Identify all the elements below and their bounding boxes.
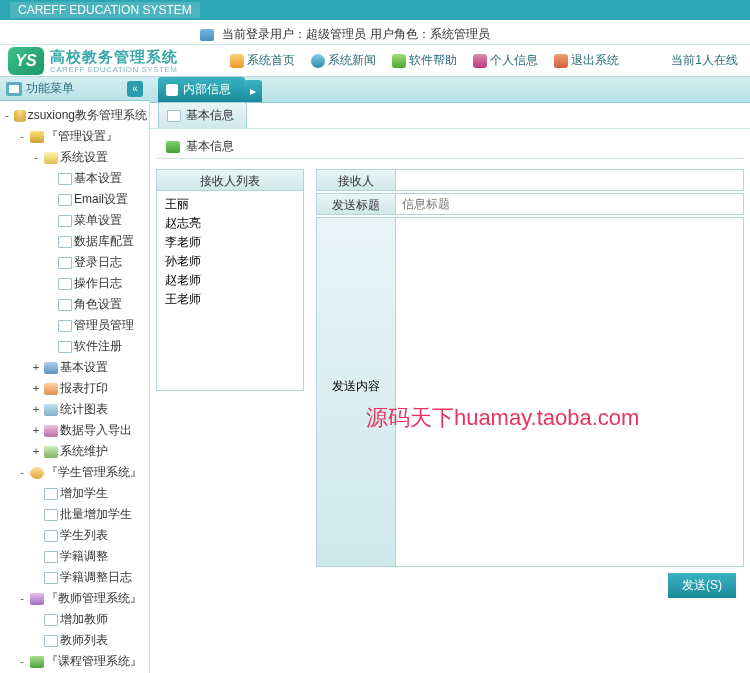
- database-icon: [14, 110, 26, 122]
- sidebar-collapse-button[interactable]: «: [127, 81, 143, 97]
- content-area: 内部信息 ▸ 基本信息 基本信息 接收人列表 王丽 赵志亮 李老师 孙老师 赵老…: [150, 77, 750, 673]
- subtab-basic-info[interactable]: 基本信息: [158, 102, 247, 128]
- menu-icon: [6, 82, 22, 96]
- header: YS 高校教务管理系统 CAREFF EDUCATION SYSTEM 系统首页…: [0, 45, 750, 77]
- tree-sys-settings[interactable]: -系统设置: [2, 147, 147, 168]
- tree-leaf[interactable]: 学籍调整: [2, 546, 147, 567]
- tree-leaf[interactable]: 增加教师: [2, 609, 147, 630]
- tree-sys-maint[interactable]: +系统维护: [2, 441, 147, 462]
- print-icon: [44, 383, 58, 395]
- nav-help[interactable]: 软件帮助: [392, 52, 457, 69]
- page-icon: [44, 551, 58, 563]
- logo-area: YS 高校教务管理系统 CAREFF EDUCATION SYSTEM: [8, 47, 178, 75]
- nav-news[interactable]: 系统新闻: [311, 52, 376, 69]
- body-label: 发送内容: [316, 217, 396, 567]
- page-icon: [58, 341, 72, 353]
- page-icon: [44, 488, 58, 500]
- nav-links: 系统首页 系统新闻 软件帮助 个人信息 退出系统: [178, 52, 671, 69]
- user-group-icon: [30, 467, 44, 479]
- page-icon: [58, 173, 72, 185]
- online-count: 当前1人在线: [671, 52, 742, 69]
- tree-course-mgmt[interactable]: -『课程管理系统』: [2, 651, 147, 672]
- globe-icon: [311, 54, 325, 68]
- logo-mark: YS: [8, 47, 44, 75]
- tree-leaf[interactable]: 角色设置: [2, 294, 147, 315]
- tree-teacher-mgmt[interactable]: -『教师管理系统』: [2, 588, 147, 609]
- page-icon: [58, 320, 72, 332]
- tree-leaf[interactable]: 软件注册: [2, 336, 147, 357]
- tree-report-print[interactable]: +报表打印: [2, 378, 147, 399]
- page-icon: [167, 110, 181, 122]
- tree-leaf[interactable]: 登录日志: [2, 252, 147, 273]
- recipient-item[interactable]: 李老师: [165, 233, 295, 252]
- nav-exit[interactable]: 退出系统: [554, 52, 619, 69]
- home-icon: [230, 54, 244, 68]
- tree-leaf[interactable]: 操作日志: [2, 273, 147, 294]
- tree-leaf[interactable]: 学籍调整日志: [2, 567, 147, 588]
- subject-input[interactable]: [396, 193, 744, 215]
- subtab-bar: 基本信息: [150, 103, 750, 129]
- wrench-icon: [44, 446, 58, 458]
- sidebar: 功能菜单 « -zsuxiong教务管理系统 -『管理设置』 -系统设置 基本设…: [0, 77, 150, 673]
- tree-base-settings[interactable]: +基本设置: [2, 357, 147, 378]
- browser-tab-bar: CAREFF EDUCATION SYSTEM: [0, 0, 750, 20]
- tree-leaf[interactable]: 批量增加学生: [2, 504, 147, 525]
- body-textarea[interactable]: [396, 217, 744, 567]
- login-info-text: 当前登录用户：超级管理员 用户角色：系统管理员: [222, 27, 489, 41]
- tab-internal-info[interactable]: 内部信息: [158, 77, 245, 102]
- tab-bar: 内部信息 ▸: [150, 77, 750, 103]
- logo-title: 高校教务管理系统: [50, 48, 178, 65]
- recipient-item[interactable]: 王丽: [165, 195, 295, 214]
- tree-leaf[interactable]: 增加学生: [2, 483, 147, 504]
- nav-profile[interactable]: 个人信息: [473, 52, 538, 69]
- logo-subtitle: CAREFF EDUCATION SYSTEM: [50, 65, 178, 74]
- tree-mgmt-settings[interactable]: -『管理设置』: [2, 126, 147, 147]
- tree-leaf[interactable]: 菜单设置: [2, 210, 147, 231]
- recipient-item[interactable]: 王老师: [165, 290, 295, 309]
- tree-leaf[interactable]: 基本设置: [2, 168, 147, 189]
- nav-home[interactable]: 系统首页: [230, 52, 295, 69]
- sidebar-header: 功能菜单 «: [0, 77, 149, 101]
- import-icon: [44, 425, 58, 437]
- recipient-list[interactable]: 王丽 赵志亮 李老师 孙老师 赵老师 王老师: [156, 191, 304, 391]
- page-icon: [58, 215, 72, 227]
- tree-leaf[interactable]: Email设置: [2, 189, 147, 210]
- page-icon: [166, 84, 178, 96]
- teacher-icon: [30, 593, 44, 605]
- tree-root[interactable]: -zsuxiong教务管理系统: [2, 105, 147, 126]
- tree-leaf[interactable]: 教师列表: [2, 630, 147, 651]
- page-icon: [44, 572, 58, 584]
- tree-leaf[interactable]: 管理员管理: [2, 315, 147, 336]
- tab-corner: ▸: [244, 80, 262, 102]
- folder-icon: [30, 131, 44, 143]
- login-info-bar: 当前登录用户：超级管理员 用户角色：系统管理员: [0, 23, 750, 45]
- page-icon: [58, 194, 72, 206]
- page-icon: [44, 509, 58, 521]
- page-icon: [44, 614, 58, 626]
- to-input[interactable]: [396, 169, 744, 191]
- recipient-item[interactable]: 孙老师: [165, 252, 295, 271]
- tree-leaf[interactable]: 学生列表: [2, 525, 147, 546]
- page-icon: [58, 278, 72, 290]
- user-icon: [473, 54, 487, 68]
- exit-icon: [554, 54, 568, 68]
- recipient-item[interactable]: 赵志亮: [165, 214, 295, 233]
- section-icon: [166, 141, 180, 153]
- info-icon: [200, 29, 214, 41]
- page-icon: [58, 299, 72, 311]
- course-icon: [30, 656, 44, 668]
- chart-icon: [44, 404, 58, 416]
- help-icon: [392, 54, 406, 68]
- sidebar-title: 功能菜单: [26, 80, 74, 97]
- page-icon: [44, 530, 58, 542]
- tree-student-mgmt[interactable]: -『学生管理系统』: [2, 462, 147, 483]
- page-icon: [58, 236, 72, 248]
- tree-stat-chart[interactable]: +统计图表: [2, 399, 147, 420]
- recipient-item[interactable]: 赵老师: [165, 271, 295, 290]
- tree-leaf[interactable]: 数据库配置: [2, 231, 147, 252]
- section-title: 基本信息: [156, 135, 744, 159]
- page-icon: [58, 257, 72, 269]
- to-label: 接收人: [316, 169, 396, 191]
- tree-data-io[interactable]: +数据导入导出: [2, 420, 147, 441]
- send-button[interactable]: 发送(S): [668, 573, 736, 598]
